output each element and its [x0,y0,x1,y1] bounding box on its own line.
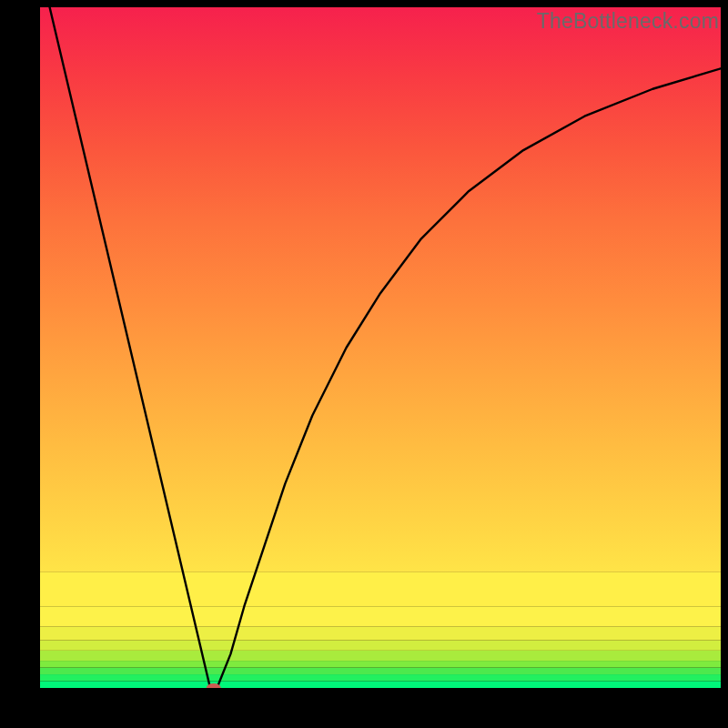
svg-rect-0 [40,682,721,688]
svg-rect-2 [40,668,721,674]
chart-svg [40,7,721,688]
svg-rect-4 [40,651,721,661]
chart-frame: TheBottleneck.com [0,0,728,728]
svg-rect-3 [40,661,721,667]
watermark-label: TheBottleneck.com [537,9,719,34]
svg-rect-6 [40,627,721,641]
svg-rect-5 [40,641,721,651]
svg-rect-8 [40,572,721,606]
svg-rect-1 [40,674,721,681]
svg-rect-9 [40,7,721,572]
svg-rect-7 [40,606,721,626]
plot-area [40,7,721,688]
